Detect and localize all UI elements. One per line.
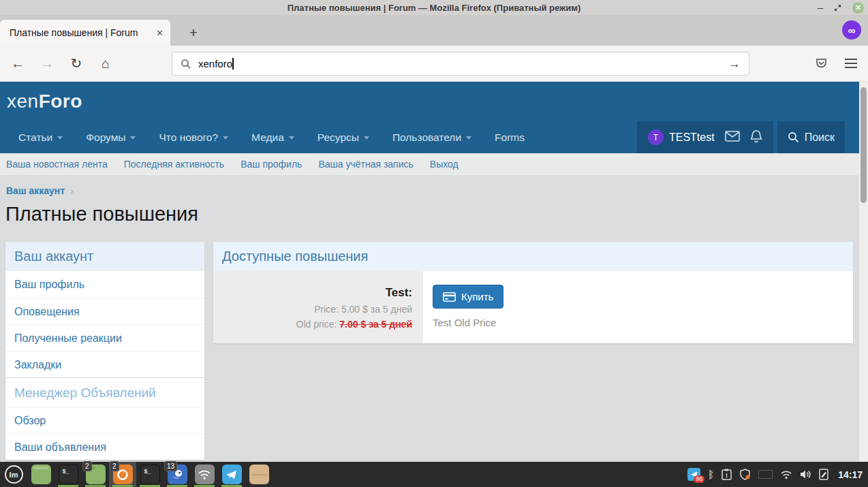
chevron-down-icon <box>130 136 136 140</box>
subnav-latest-activity[interactable]: Последняя активность <box>124 159 224 170</box>
price-line: Price: 5.00 $ за 5 дней <box>213 304 412 315</box>
taskbar-telegram[interactable] <box>218 462 245 487</box>
taskbar-terminal-2[interactable]: $_ <box>136 462 164 487</box>
telegram-tray-icon[interactable]: 98 <box>687 468 700 481</box>
reload-button[interactable]: ↻ <box>65 52 88 75</box>
chevron-down-icon <box>57 136 63 140</box>
browser-tab[interactable]: Платные повышения | Forum ✕ <box>0 20 170 46</box>
taskbar-file-manager[interactable]: 2 <box>82 462 109 487</box>
pocket-icon[interactable] <box>809 52 833 75</box>
svg-text:!: ! <box>726 472 728 479</box>
bluetooth-icon[interactable]: ᛒ <box>708 469 714 480</box>
chevron-down-icon <box>289 136 294 140</box>
xenforo-logo[interactable]: xenForo <box>7 91 82 112</box>
hamburger-menu-icon[interactable] <box>839 52 863 75</box>
header-account-area: T TESTtest Поиск <box>637 121 845 153</box>
sidebar-item-reactions-received[interactable]: Полученные реакции <box>5 324 204 351</box>
sub-navigation: Ваша новостная лента Последняя активност… <box>0 153 859 176</box>
home-button[interactable]: ⌂ <box>94 52 117 75</box>
old-price-value: 7.00 $ за 5 дней <box>339 319 412 330</box>
buy-button[interactable]: Купить <box>433 285 503 309</box>
wifi-status-icon[interactable] <box>780 470 792 480</box>
window-controls: – ✕ <box>818 0 864 15</box>
page-viewport: xenForo Статьи Форумы Что нового? Медиа … <box>0 82 859 462</box>
sidebar-item-overview[interactable]: Обзор <box>5 407 204 433</box>
subnav-news-feed[interactable]: Ваша новостная лента <box>6 159 108 170</box>
nav-forums[interactable]: Форумы <box>74 121 147 153</box>
new-tab-button[interactable]: + <box>184 23 203 42</box>
sidebar-item-your-ads[interactable]: Ваши объявления <box>5 433 204 460</box>
go-arrow-button[interactable]: → <box>728 57 741 72</box>
nav-whats-new[interactable]: Что нового? <box>147 121 240 153</box>
search-button[interactable]: Поиск <box>777 121 845 153</box>
sidebar-section-ads-manager[interactable]: Менеджер Объявлений <box>5 377 204 407</box>
available-upgrades-panel: Доступные повышения Test: Price: 5.00 $ … <box>213 242 853 343</box>
taskbar-network-app[interactable] <box>191 462 218 487</box>
terminal-icon: $_ <box>140 465 160 484</box>
nav-members[interactable]: Пользователи <box>381 121 483 153</box>
taskbar: lm $_ 2 2 $_ 13 <box>0 462 868 487</box>
nav-articles[interactable]: Статьи <box>7 121 74 153</box>
taskbar-firefox[interactable]: 2 <box>109 462 136 487</box>
unread-count-badge: 98 <box>694 475 704 483</box>
mint-menu-button[interactable]: lm <box>0 462 27 487</box>
tab-strip: Платные повышения | Forum ✕ + ∞ <box>0 15 868 46</box>
restore-icon <box>834 4 841 12</box>
search-label: Поиск <box>805 131 835 144</box>
main-navigation: Статьи Форумы Что нового? Медиа Ресурсы … <box>0 121 536 153</box>
private-browsing-mask-icon: ∞ <box>842 20 861 40</box>
taskbar-thunderbird[interactable]: 13 <box>164 462 191 487</box>
telegram-icon <box>222 465 242 484</box>
url-bar[interactable]: xenforo → <box>172 52 749 76</box>
taskbar-green-window[interactable] <box>27 462 55 487</box>
page-scrollbar[interactable] <box>859 82 868 462</box>
account-menu[interactable]: T TESTtest <box>648 129 715 145</box>
subnav-your-account[interactable]: Ваша учётная запись <box>318 159 413 170</box>
nav-media[interactable]: Медиа <box>240 121 306 153</box>
price-value: 5.00 $ за 5 дней <box>341 304 412 315</box>
alerts-button[interactable] <box>750 129 762 146</box>
sidebar-item-your-profile[interactable]: Ваш профиль <box>5 271 204 298</box>
sidebar-header: Ваш аккаунт <box>5 242 204 271</box>
notes-applet-icon[interactable] <box>819 469 828 480</box>
nav-forms[interactable]: Forms <box>483 121 536 153</box>
window-count-badge: 2 <box>110 461 119 471</box>
envelope-icon <box>725 131 740 142</box>
window-app-icon <box>31 465 51 484</box>
page-title: Платные повышения <box>5 203 198 225</box>
volume-icon[interactable] <box>800 469 811 480</box>
username: TESTtest <box>669 131 715 144</box>
upgrade-note: Test Old Price <box>433 317 503 328</box>
conversations-button[interactable] <box>725 131 740 144</box>
minimize-button[interactable]: – <box>818 4 823 11</box>
keyboard-layout-flag-ru[interactable] <box>758 470 773 479</box>
wifi-app-icon <box>195 465 215 484</box>
taskbar-terminal-1[interactable]: $_ <box>55 462 82 487</box>
account-sidebar: Ваш аккаунт Ваш профиль Оповещения Получ… <box>5 242 204 460</box>
clock[interactable]: 14:17 <box>838 469 863 480</box>
close-button[interactable]: ✕ <box>852 2 864 14</box>
url-input-value[interactable]: xenforo <box>198 58 232 69</box>
taskbar-files-app[interactable] <box>245 462 273 487</box>
forum-header: xenForo Статьи Форумы Что нового? Медиа … <box>0 82 859 153</box>
system-tray: 98 ᛒ ! 14:17 <box>687 462 868 487</box>
avatar: T <box>648 129 664 145</box>
sidebar-item-alerts[interactable]: Оповещения <box>5 298 204 324</box>
breadcrumb-your-account[interactable]: Ваш аккаунт <box>6 185 65 196</box>
sidebar-item-bookmarks[interactable]: Закладки <box>5 351 204 377</box>
scrollbar-thumb[interactable] <box>861 87 867 203</box>
forward-button[interactable]: → <box>35 52 59 75</box>
toolbar-right <box>809 52 863 75</box>
window-titlebar: Платные повышения | Forum — Mozilla Fire… <box>0 0 868 15</box>
nav-resources[interactable]: Ресурсы <box>306 121 381 153</box>
shield-update-icon[interactable] <box>739 469 751 480</box>
subnav-your-profile[interactable]: Ваш профиль <box>241 159 302 170</box>
restore-button[interactable] <box>834 4 841 12</box>
subnav-logout[interactable]: Выход <box>430 159 459 170</box>
files-app-icon <box>249 465 269 484</box>
chevron-down-icon <box>466 136 471 140</box>
tab-close-icon[interactable]: ✕ <box>156 28 164 38</box>
clipboard-alert-icon[interactable]: ! <box>722 469 732 480</box>
back-button[interactable]: ← <box>6 52 29 75</box>
upgrade-name: Test: <box>213 286 412 300</box>
